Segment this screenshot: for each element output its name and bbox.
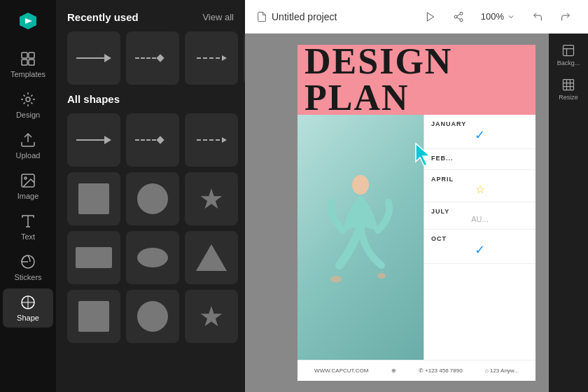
resize-label: Resize xyxy=(559,94,578,101)
svg-rect-18 xyxy=(564,46,574,56)
recently-used-header: Recently used View all xyxy=(67,11,234,23)
shape-grid-dotted[interactable] xyxy=(185,113,238,167)
recently-used-shapes xyxy=(67,31,234,85)
svg-line-17 xyxy=(456,14,460,16)
rectangle-icon xyxy=(76,247,112,268)
undo-button[interactable] xyxy=(526,6,549,28)
sidebar-item-templates[interactable]: Templates xyxy=(3,45,53,84)
shape-icon xyxy=(20,294,36,311)
footer-address: ⌂ 123 Anyw... xyxy=(485,368,519,374)
arrow-right-icon xyxy=(76,54,111,62)
shape-label: Shape xyxy=(17,314,39,322)
undo-icon xyxy=(532,11,543,22)
circle2-icon xyxy=(137,301,168,332)
svg-marker-12 xyxy=(427,13,433,21)
doc-title: DESIGN PLAN xyxy=(304,45,536,116)
january-label: JANUARY xyxy=(431,120,528,127)
svg-rect-0 xyxy=(22,52,27,58)
shape-grid-square2[interactable] xyxy=(67,290,120,343)
square2-icon xyxy=(78,301,109,332)
doc-image-section xyxy=(298,115,424,360)
text-icon xyxy=(20,213,36,230)
svg-point-20 xyxy=(352,175,369,195)
floating-side-panel: Backg... Resize xyxy=(549,34,588,392)
svg-point-21 xyxy=(330,276,342,283)
canvas-area[interactable]: Backg... Resize DESIGN PLAN xyxy=(245,34,588,392)
july-value: AU... xyxy=(431,215,528,223)
sidebar-item-text[interactable]: Text xyxy=(3,207,53,246)
top-bar: Untitled project 100% xyxy=(245,0,588,34)
redo-button[interactable] xyxy=(554,6,577,28)
svg-rect-19 xyxy=(564,80,574,90)
doc-table-row-july: JULY AU... xyxy=(424,202,536,230)
share-button[interactable] xyxy=(447,6,470,28)
svg-point-14 xyxy=(454,15,457,18)
canvas-document[interactable]: DESIGN PLAN xyxy=(298,45,536,381)
shape-grid-circle2[interactable] xyxy=(126,290,179,343)
january-value: ✓ xyxy=(431,127,528,143)
text-label: Text xyxy=(21,232,35,241)
templates-icon xyxy=(20,50,36,67)
shape-grid-dashed-diamond[interactable] xyxy=(126,113,179,167)
topbar-right: 100% xyxy=(419,6,577,28)
project-title: Untitled project xyxy=(272,11,337,22)
doc-table-row-jan: JANUARY ✓ xyxy=(424,115,536,149)
shape-grid-star2[interactable]: ★ xyxy=(185,290,238,343)
dotted-line-icon xyxy=(197,55,227,61)
doc-table-row-oct: OCT ✓ xyxy=(424,230,536,264)
upload-icon xyxy=(20,132,36,148)
sidebar-item-design[interactable]: Design xyxy=(3,85,53,125)
shape-grid-star[interactable]: ★ xyxy=(185,172,238,225)
sidebar-item-shape[interactable]: Shape xyxy=(3,288,53,328)
doc-table-row-april: APRIL ☆ xyxy=(424,170,536,202)
shape-dashed-diamond[interactable] xyxy=(126,31,179,85)
shape-grid-circle[interactable] xyxy=(126,172,179,225)
dashed-diamond-icon xyxy=(135,55,170,61)
svg-point-15 xyxy=(460,18,463,21)
svg-rect-3 xyxy=(29,59,34,65)
shape-grid-oval[interactable] xyxy=(126,231,179,284)
recently-used-title: Recently used xyxy=(67,11,139,23)
redo-icon xyxy=(560,11,571,22)
stickers-label: Stickers xyxy=(14,273,41,281)
star-icon: ★ xyxy=(199,185,224,213)
shape-grid-square[interactable] xyxy=(67,172,120,225)
svg-point-22 xyxy=(377,273,386,279)
zoom-control[interactable]: 100% xyxy=(475,8,521,24)
footer-url: WWW.CAPCUT.COM xyxy=(314,368,368,374)
svg-line-16 xyxy=(456,18,460,20)
shape-grid-rect[interactable] xyxy=(67,231,120,284)
svg-point-7 xyxy=(24,177,27,179)
image-label: Image xyxy=(18,192,39,200)
play-icon xyxy=(425,11,436,22)
feb-label: FEB... xyxy=(431,155,528,162)
view-all-link[interactable]: View all xyxy=(202,12,234,22)
shape-dotted[interactable] xyxy=(185,31,238,85)
fitness-figure xyxy=(326,167,396,307)
play-button[interactable] xyxy=(419,6,442,28)
all-shapes-grid: ★ ★ xyxy=(67,113,234,343)
sidebar-item-upload[interactable]: Upload xyxy=(3,126,53,165)
shape-grid-arrow[interactable] xyxy=(67,113,120,167)
image-icon xyxy=(20,172,36,189)
all-shapes-title: All shapes xyxy=(67,93,234,105)
resize-panel-item[interactable]: Resize xyxy=(552,74,585,105)
oct-label: OCT xyxy=(431,235,528,242)
sidebar-item-image[interactable]: Image xyxy=(3,167,53,206)
sidebar-item-stickers[interactable]: Stickers xyxy=(3,248,53,287)
circle-icon xyxy=(137,183,168,214)
shape-grid-triangle[interactable] xyxy=(185,231,238,284)
design-icon xyxy=(20,91,36,108)
shape-arrow-right[interactable] xyxy=(67,31,120,85)
background-panel-item[interactable]: Backg... xyxy=(552,39,585,71)
arrow-icon xyxy=(76,136,111,144)
svg-point-4 xyxy=(26,97,30,102)
april-value: ☆ xyxy=(431,183,528,196)
star2-icon: ★ xyxy=(199,302,224,330)
app-logo xyxy=(13,6,43,36)
background-label: Backg... xyxy=(557,59,580,66)
sidebar: Templates Design Upload xyxy=(0,0,56,392)
triangle-icon xyxy=(196,244,227,271)
project-icon xyxy=(256,11,267,22)
doc-footer: WWW.CAPCUT.COM ⊕ ✆ +123 456 7890 ⌂ 123 A… xyxy=(298,360,536,381)
